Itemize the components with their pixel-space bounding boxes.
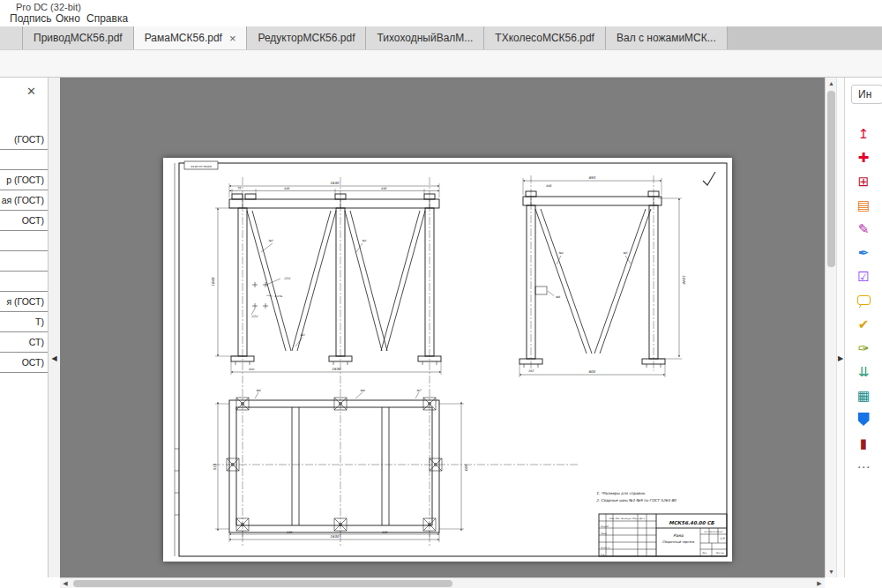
svg-text:600: 600 (588, 369, 595, 374)
bookmark-item[interactable]: р (ГОСТ) (0, 170, 48, 190)
bookmark-item[interactable]: я (ГОСТ) (0, 292, 48, 312)
vertical-scrollbar-thumb[interactable] (827, 91, 835, 267)
menu-sign[interactable]: Подпись (7, 11, 55, 26)
tools-panel-header[interactable]: Ин (851, 85, 882, 104)
svg-text:МСК56.40.00 СБ: МСК56.40.00 СБ (669, 520, 714, 525)
svg-text:448: 448 (382, 531, 388, 534)
tab-label: РамаМСК56.pdf (145, 32, 222, 44)
export-pdf-icon[interactable]: ↥ (845, 122, 882, 145)
right-tools-panel: Ин ↥✚⊞▤✎✒☑✔✑⇊▦▮⋯ (844, 78, 882, 577)
document-tab[interactable]: РедукторМСК56.pdf (247, 26, 366, 49)
svg-text:1040: 1040 (682, 275, 686, 285)
bookmark-item[interactable] (0, 251, 48, 272)
bookmark-item[interactable] (0, 231, 48, 251)
scan-ocr-icon[interactable]: ▦ (845, 383, 882, 407)
request-signatures-icon[interactable]: ✒ (845, 241, 882, 264)
scroll-left-icon[interactable]: ◀ (60, 578, 71, 588)
menu-help[interactable]: Справка (84, 11, 131, 26)
svg-text:№1: №1 (362, 239, 366, 242)
toolbar: ↑ ↓ / 1 ☝ − + 25% ▾ ▦ ▾ ▭ ✎ ✒ ✑ (0, 49, 882, 78)
collapse-right-icon[interactable]: ▶ (838, 354, 843, 362)
document-tab[interactable]: Вал с ножамиМСК... (606, 26, 728, 49)
tab-label: ПриводМСК56.pdf (34, 32, 123, 44)
edit-pdf-icon[interactable]: ✎ (845, 217, 882, 241)
svg-text:Сборочный чертеж: Сборочный чертеж (662, 540, 695, 544)
compress-pdf-icon[interactable]: ⇊ (845, 360, 882, 383)
svg-text:1040: 1040 (211, 277, 215, 287)
svg-text:4 отв.: 4 отв. (274, 294, 283, 298)
comment-icon[interactable] (845, 288, 882, 312)
svg-text:№8: №8 (256, 389, 261, 392)
organize-pages-glyph: ▤ (857, 198, 870, 212)
horizontal-scrollbar-thumb[interactable] (73, 580, 452, 587)
bookmark-item[interactable]: ая (ГОСТ) (0, 190, 48, 211)
vertical-scrollbar[interactable]: ▲ ▼ (825, 78, 836, 577)
bookmark-item[interactable]: (ГОСТ) (0, 130, 48, 150)
svg-text:Лит. Масса Масшт.: Лит. Масса Масшт. (704, 531, 723, 533)
svg-text:302: 302 (528, 369, 534, 373)
bottom-right-corner (825, 577, 882, 588)
svg-text:448: 448 (287, 531, 293, 534)
protect-icon[interactable] (845, 407, 882, 431)
bookmark-item[interactable]: ОСТ) (0, 353, 48, 373)
svg-text:1630: 1630 (332, 367, 341, 371)
prepare-form-icon[interactable]: ☑ (845, 264, 882, 288)
document-tab[interactable]: ТХколесоМСК56.pdf (484, 26, 606, 49)
scan-ocr-glyph: ▦ (857, 389, 870, 402)
stamp-icon[interactable]: ✔ (845, 312, 882, 336)
svg-text:448: 448 (284, 187, 290, 190)
create-pdf-glyph: ✚ (858, 151, 870, 164)
scroll-right-icon[interactable]: ▶ (814, 578, 825, 588)
bookmark-item[interactable] (0, 272, 48, 292)
tab-label: ТХколесоМСК56.pdf (495, 32, 594, 44)
horizontal-scrollbar[interactable]: ◀ ▶ (60, 577, 825, 588)
svg-text:№3: №3 (300, 333, 305, 337)
bookmark-item[interactable] (0, 150, 48, 170)
organize-pages-icon[interactable]: ▤ (845, 193, 882, 217)
svg-text:Изм. Лист № докум. Подп. Дат: Изм. Лист № докум. Подп. Дата (609, 517, 645, 520)
combine-files-glyph: ⊞ (858, 175, 870, 188)
svg-text:№2: №2 (268, 239, 273, 242)
pdf-page[interactable]: ЕЗ ВР РП ТЕХХМ16304484487510401630400∅16… (163, 158, 732, 562)
tab-close-icon[interactable]: × (229, 33, 236, 44)
right-panel-splitter[interactable]: ▶ (836, 78, 844, 577)
document-tab[interactable]: РамаМСК56.pdf× (134, 26, 248, 49)
bookmark-item[interactable]: Т) (0, 312, 48, 332)
export-pdf-glyph: ↥ (858, 127, 870, 140)
svg-text:2. Сварные швы №1-№9 по ГОСТ 5: 2. Сварные швы №1-№9 по ГОСТ 5264-80 (596, 498, 676, 502)
svg-text:693: 693 (464, 464, 468, 471)
svg-text:Листов: Листов (716, 552, 725, 555)
close-panel-icon[interactable]: ✕ (26, 85, 36, 98)
svg-text:№7: №7 (416, 389, 422, 392)
svg-text:Утв.: Утв. (601, 554, 605, 556)
bottom-left-corner (0, 577, 60, 588)
svg-text:∅10: ∅10 (251, 315, 258, 318)
bookmark-item[interactable]: СТ) (0, 332, 48, 353)
menu-window[interactable]: Окно (53, 11, 83, 26)
more-tools-icon[interactable]: ⋯ (845, 455, 882, 479)
collapse-left-icon[interactable]: ◀ (49, 354, 60, 362)
svg-text:Н.контр.: Н.контр. (601, 547, 610, 549)
more-tools-glyph: ⋯ (857, 460, 871, 473)
document-tab[interactable] (0, 26, 23, 49)
bookmark-item[interactable]: ОСТ) (0, 211, 48, 231)
redact-icon[interactable]: ▮ (845, 431, 882, 455)
tab-bar: ПриводМСК56.pdfРамаМСК56.pdf×РедукторМСК… (0, 26, 882, 49)
combine-files-icon[interactable]: ⊞ (845, 169, 882, 193)
fill-sign-icon[interactable]: ✑ (845, 336, 882, 360)
create-pdf-icon[interactable]: ✚ (845, 145, 882, 169)
svg-text:№9: №9 (360, 389, 365, 392)
document-tab[interactable]: ПриводМСК56.pdf (23, 26, 134, 49)
svg-text:1630: 1630 (330, 534, 340, 539)
document-area[interactable]: ЕЗ ВР РП ТЕХХМ16304484487510401630400∅16… (60, 78, 825, 577)
svg-text:693: 693 (588, 175, 595, 180)
svg-text:Разраб.: Разраб. (601, 525, 609, 528)
svg-text:ЕЗ ВР РП ТЕХХМ: ЕЗ ВР РП ТЕХХМ (191, 165, 212, 168)
left-panel-splitter[interactable]: ◀ (49, 78, 60, 577)
document-tab[interactable]: ТихоходныйВалМ... (366, 26, 484, 49)
svg-text:515: 515 (213, 464, 217, 471)
left-panel: ✕ (ГОСТ)р (ГОСТ)ая (ГОСТ)ОСТ)я (ГОСТ)Т)С… (0, 78, 49, 577)
svg-text:448: 448 (381, 187, 387, 190)
left-panel-list: (ГОСТ)р (ГОСТ)ая (ГОСТ)ОСТ)я (ГОСТ)Т)СТ)… (0, 130, 48, 373)
svg-text:№5: №5 (623, 251, 628, 255)
